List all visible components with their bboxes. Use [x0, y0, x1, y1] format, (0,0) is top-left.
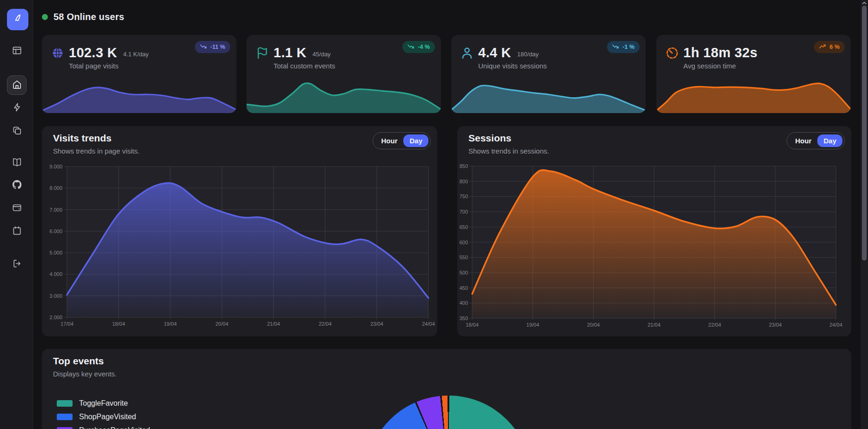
legend-label: PurchasePageVisited — [79, 426, 150, 429]
trending-down-icon — [200, 44, 207, 51]
sessions-panel: 85080075070065060055050045040035018/0419… — [457, 126, 851, 336]
stat-rate: 45/day — [313, 51, 331, 58]
visits-trends-panel: 9.0008.0007.0006.0005.0004.0003.0002.000… — [42, 126, 437, 336]
sparkline-chart — [451, 75, 646, 113]
trend-badge: -4 % — [402, 41, 435, 53]
legend-item-purchasepagevisited[interactable]: PurchasePageVisited — [57, 426, 150, 429]
stat-label: Total custom events — [274, 62, 335, 70]
legend-swatch — [57, 427, 73, 429]
interval-toggle: Hour Day — [373, 132, 431, 149]
svg-text:22/04: 22/04 — [319, 321, 332, 327]
home-icon — [12, 79, 22, 92]
sidebar — [0, 0, 33, 429]
svg-text:7.000: 7.000 — [49, 207, 62, 213]
stat-value: 1.1 K — [274, 45, 307, 60]
trend-badge: -1 % — [607, 41, 640, 53]
globe-icon — [51, 46, 65, 60]
svg-text:550: 550 — [460, 255, 468, 260]
trend-badge-text: -4 % — [418, 44, 430, 50]
sidebar-item-pages[interactable] — [7, 121, 27, 141]
trend-badge-text: -1 % — [622, 44, 634, 50]
svg-text:19/04: 19/04 — [527, 322, 540, 328]
layout-icon — [12, 45, 22, 58]
trending-down-icon — [612, 44, 619, 51]
day-toggle[interactable]: Day — [403, 134, 428, 147]
app-root: 58 Online users 102.3 K 4.1 K/day Total … — [0, 0, 868, 429]
trend-badge: -11 % — [195, 41, 230, 53]
sidebar-item-events[interactable] — [7, 98, 27, 118]
legend-item-shoppagevisited[interactable]: ShopPageVisited — [57, 413, 150, 421]
stat-card-unique-sessions: 4.4 K 180/day Unique visits sessions -1 … — [451, 35, 646, 113]
stat-rate: 180/day — [517, 51, 539, 58]
panel-subtitle: Shows trends in sessions. — [468, 147, 549, 155]
svg-text:800: 800 — [460, 179, 468, 184]
panel-title: Sessions — [468, 133, 511, 144]
stat-value: 102.3 K — [69, 45, 117, 60]
svg-text:500: 500 — [460, 270, 468, 275]
copy-icon — [12, 125, 22, 138]
svg-text:750: 750 — [460, 194, 468, 199]
sidebar-item-logout[interactable] — [7, 255, 27, 274]
scrollbar-thumb[interactable] — [862, 6, 867, 261]
svg-text:2.000: 2.000 — [49, 315, 62, 320]
book-icon — [12, 157, 22, 169]
svg-text:850: 850 — [460, 163, 468, 169]
calendar-icon — [12, 225, 22, 238]
trend-badge-text: 6 % — [829, 44, 840, 50]
svg-text:9.000: 9.000 — [49, 164, 62, 169]
sidebar-item-billing[interactable] — [7, 199, 27, 218]
stat-label: Total page visits — [69, 62, 119, 70]
stat-card-page-visits: 102.3 K 4.1 K/day Total page visits -11 … — [42, 35, 236, 113]
sidebar-item-github[interactable] — [7, 175, 27, 195]
interval-toggle: Hour Day — [787, 132, 845, 149]
top-events-pie-chart — [366, 395, 531, 429]
github-icon — [12, 179, 22, 192]
sidebar-item-docs[interactable] — [7, 153, 27, 173]
panel-title: Visits trends — [53, 133, 112, 144]
sidebar-item-home[interactable] — [7, 75, 27, 95]
wallet-icon — [12, 202, 22, 215]
svg-text:600: 600 — [460, 240, 468, 245]
stat-card-avg-session-time: 1h 18m 32s Avg session time 6 % — [656, 35, 851, 113]
sidebar-item-dashboards[interactable] — [7, 41, 27, 61]
svg-text:17/04: 17/04 — [60, 321, 73, 327]
sessions-chart: 85080075070065060055050045040035018/0419… — [457, 126, 851, 336]
hour-toggle[interactable]: Hour — [375, 134, 403, 147]
panel-title: Top events — [53, 355, 104, 367]
vertical-scrollbar[interactable] — [861, 0, 868, 429]
svg-text:24/04: 24/04 — [422, 321, 435, 327]
flag-icon — [255, 46, 269, 60]
stat-value: 1h 18m 32s — [683, 45, 757, 60]
visits-trends-chart: 9.0008.0007.0006.0005.0004.0003.0002.000… — [42, 126, 437, 336]
svg-text:21/04: 21/04 — [267, 321, 280, 327]
online-status-dot — [42, 14, 48, 20]
svg-text:6.000: 6.000 — [49, 228, 62, 234]
svg-text:3.000: 3.000 — [49, 293, 62, 299]
svg-text:22/04: 22/04 — [708, 322, 721, 328]
bolt-icon — [12, 102, 22, 114]
svg-text:8.000: 8.000 — [49, 185, 62, 191]
stat-label: Unique visits sessions — [478, 62, 547, 70]
stat-card-custom-events: 1.1 K 45/day Total custom events -4 % — [247, 35, 441, 113]
legend-item-togglefavorite[interactable]: ToggleFavorite — [57, 399, 150, 408]
stat-rate: 4.1 K/day — [123, 51, 149, 58]
svg-text:350: 350 — [460, 315, 468, 321]
app-logo[interactable] — [7, 9, 28, 30]
panel-subtitle: Displays key events. — [53, 370, 117, 378]
day-toggle[interactable]: Day — [817, 134, 842, 147]
legend-swatch — [57, 414, 73, 420]
online-users: 58 Online users — [42, 12, 124, 22]
sparkline-chart — [656, 75, 851, 113]
svg-text:400: 400 — [460, 300, 468, 306]
stat-label: Avg session time — [683, 62, 736, 70]
pie-legend: ToggleFavorite ShopPageVisited PurchaseP… — [57, 399, 150, 429]
hour-toggle[interactable]: Hour — [789, 134, 817, 147]
legend-label: ToggleFavorite — [79, 399, 128, 408]
sidebar-item-calendar[interactable] — [7, 221, 27, 241]
svg-text:18/04: 18/04 — [112, 321, 125, 327]
scroll-up-arrow[interactable] — [861, 0, 867, 5]
svg-text:19/04: 19/04 — [164, 321, 177, 327]
panel-subtitle: Shows trends in page visits. — [53, 147, 140, 155]
trending-up-icon — [819, 44, 826, 51]
svg-text:450: 450 — [460, 285, 468, 291]
